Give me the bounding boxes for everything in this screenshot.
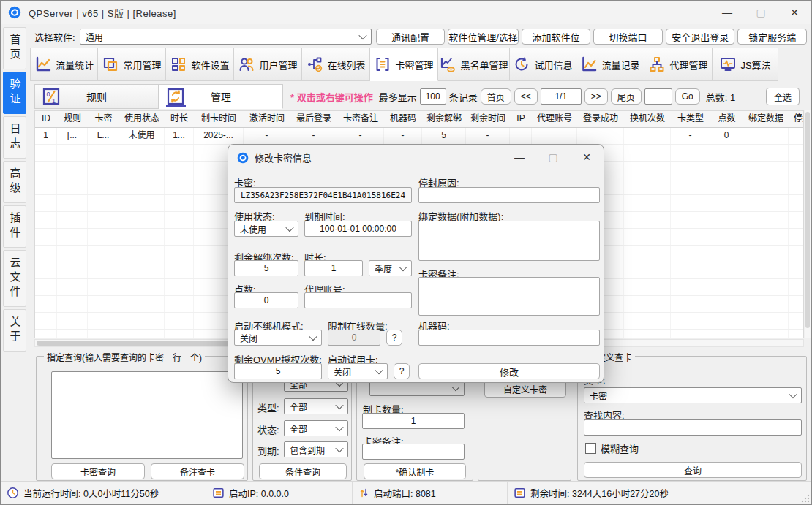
sidebar-item-插件[interactable]: 插件 [3,205,26,248]
main-tab-用户管理[interactable]: 用户管理 [234,48,302,81]
confirm-make-button[interactable]: *确认制卡 [364,463,466,479]
column-header[interactable]: 卡密备注 [337,111,384,127]
bind-data-textarea[interactable] [418,221,600,261]
column-header[interactable]: 登录成功 [577,111,624,127]
pager-prev-button[interactable]: << [514,88,538,105]
main-tab-代理管理[interactable]: 代理管理 [644,48,713,81]
column-header[interactable]: 最后登录 [290,111,337,127]
card-note-textarea[interactable] [418,277,600,316]
main-tab-软件设置[interactable]: 软件设置 [166,48,234,81]
column-header[interactable]: 卡类型 [671,111,710,127]
topbar-button-5[interactable]: 锁定服务端 [737,29,807,45]
tab-manage[interactable]: 管理 [159,84,283,109]
svg-text:1: 1 [52,97,56,105]
duration-input[interactable] [304,260,363,276]
use-status-select[interactable]: 未使用 [234,221,298,237]
make-note-input[interactable] [362,444,465,460]
main-tab-流量统计[interactable]: 流量统计 [30,48,98,81]
sidebar-item-云文件[interactable]: 云文件 [3,250,26,307]
machine-code-input[interactable] [418,330,600,346]
sidebar-item-日志[interactable]: 日志 [3,116,26,159]
main-tab-JS算法[interactable]: JS算法 [713,48,778,81]
expire-time-input[interactable] [304,221,412,237]
table-cell: - [384,128,422,144]
column-header[interactable]: 剩余时间 [466,111,510,127]
v-scrollbar[interactable] [805,110,811,338]
column-header[interactable]: 停封原因 [789,111,804,127]
tab-rule[interactable]: 01 规则 [34,84,159,109]
v-scrollbar-thumb[interactable] [805,112,810,328]
dialog-minimize-button[interactable]: — [503,145,536,170]
condition-query-button[interactable]: 条件查询 [259,463,347,479]
sidebar-item-关于[interactable]: 关于 [3,309,26,352]
topbar-button-3[interactable]: 切换端口 [593,29,663,45]
main-tab-流量记录[interactable]: 流量记录 [576,48,644,81]
qvmp-count-input[interactable] [234,363,322,379]
note-query-button[interactable]: 备注查卡 [151,463,244,479]
topbar-button-0[interactable]: 通讯配置 [376,29,446,45]
fuzzy-search-checkbox[interactable] [585,443,596,454]
column-header[interactable]: 剩余解绑 [422,111,466,127]
column-header[interactable]: 时长 [165,111,194,127]
topbar-button-1[interactable]: 软件位管理/选择 [448,29,519,45]
main-tab-试用信息[interactable]: 试用信息 [510,48,576,81]
select-all-button[interactable]: 全选 [766,88,800,105]
status-filter-select[interactable]: 全部 [284,420,348,436]
sidebar-item-验证[interactable]: 验证 [3,72,26,114]
table-cell [710,178,743,194]
main-tab-黑名单管理[interactable]: 黑名单管理 [438,48,510,81]
points-input[interactable] [234,292,298,308]
table-row[interactable]: 1[...L...未使用1...2025-...----5--0 [35,128,803,145]
duration-unit-select[interactable]: 季度 [369,260,412,276]
main-tab-常用管理[interactable]: 常用管理 [98,48,166,81]
dialog-close-button[interactable]: ✕ [570,145,604,170]
search-type-select[interactable]: 卡密 [584,387,802,403]
close-button[interactable]: ✕ [778,1,811,24]
online-limit-help-button[interactable]: ? [386,330,402,346]
agent-account-input[interactable] [304,292,412,308]
sidebar-item-首页[interactable]: 首页 [3,27,26,69]
max-records-input[interactable] [420,88,446,105]
modify-button[interactable]: 修改 [418,363,600,379]
column-header[interactable]: 规则 [57,111,88,127]
column-header[interactable]: 使用状态 [119,111,165,127]
column-header[interactable]: 制卡时间 [194,111,244,127]
search-content-input[interactable] [584,419,802,436]
main-tab-在线列表[interactable]: 在线列表 [302,48,370,81]
column-header[interactable]: 点数 [710,111,743,127]
unbind-count-input[interactable] [234,260,298,276]
topbar-button-4[interactable]: 安全退出登录 [666,29,735,45]
pager-first-button[interactable]: 首页 [481,88,511,105]
trial-card-select[interactable]: 关闭 [328,363,388,379]
pager-last-button[interactable]: 尾页 [611,88,642,105]
trial-card-help-button[interactable]: ? [394,363,410,379]
main-tab-卡密管理[interactable]: 卡密管理 [370,48,438,81]
no-bind-mode-select[interactable]: 关闭 [234,330,322,346]
column-header[interactable]: 代理账号 [532,111,577,127]
ban-reason-input[interactable] [418,187,600,203]
topbar-button-2[interactable]: 添加软件位 [522,29,591,45]
go-button[interactable]: Go [675,88,700,105]
software-select[interactable]: 通用 [80,29,372,45]
column-header[interactable]: 激活时间 [244,111,290,127]
search-button[interactable]: 查询 [584,462,802,478]
column-header[interactable]: 绑定数据 [743,111,789,127]
sidebar-item-高级[interactable]: 高级 [3,161,26,203]
expire-filter-select[interactable]: 包含到期 [284,441,348,457]
type-filter-select[interactable]: 全部 [284,398,348,414]
column-header[interactable]: 卡密 [88,111,119,127]
fuzzy-search-option[interactable]: 模糊查询 [585,441,639,455]
column-header[interactable]: 换机次数 [624,111,671,127]
goto-page-input[interactable] [644,88,672,105]
make-count-input[interactable] [362,413,465,429]
table-cell [35,212,57,228]
resize-grip[interactable] [801,494,810,503]
column-header[interactable]: ID [35,111,57,127]
minimize-button[interactable]: — [710,1,744,24]
card-query-button[interactable]: 卡密查询 [51,463,145,479]
pager-next-button[interactable]: >> [584,88,608,105]
column-header[interactable]: 机器码 [384,111,422,127]
column-header[interactable]: IP [510,111,532,127]
dialog-maximize-button: ▢ [536,145,570,170]
card-query-textarea[interactable] [51,371,243,459]
